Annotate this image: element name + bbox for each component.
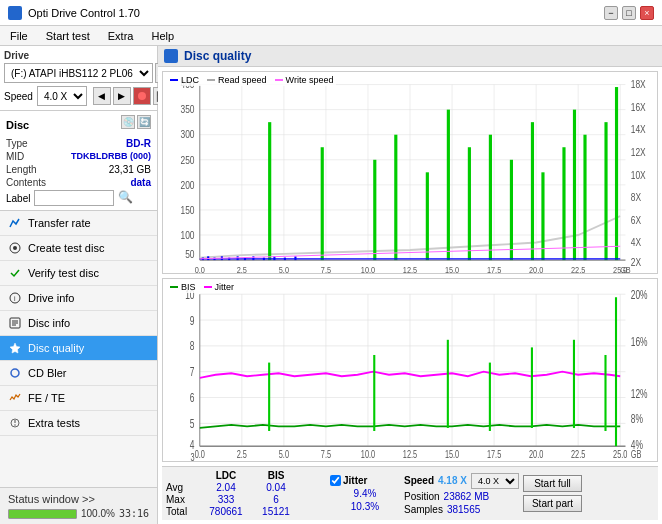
start-part-button[interactable]: Start part [523, 495, 582, 512]
svg-text:14X: 14X [631, 125, 646, 136]
svg-rect-134 [268, 362, 270, 430]
chart1-svg: 400 350 300 250 200 150 100 50 18X 16X 1… [163, 72, 657, 273]
max-bis: 6 [251, 494, 301, 505]
progress-bar-fill [9, 510, 76, 518]
disc-icon1[interactable]: 💿 [121, 115, 135, 129]
progress-bar-wrap [8, 509, 77, 519]
svg-text:350: 350 [181, 105, 195, 116]
sidebar-item-drive-info[interactable]: i Drive info [0, 286, 157, 311]
svg-text:50: 50 [185, 249, 194, 260]
svg-text:2X: 2X [631, 258, 641, 269]
disc-title: Disc [6, 119, 29, 131]
menu-start-test[interactable]: Start test [42, 29, 94, 43]
disc-info-icon [8, 316, 22, 330]
svg-rect-82 [510, 160, 513, 260]
sidebar-item-transfer-rate[interactable]: Transfer rate [0, 211, 157, 236]
avg-bis: 0.04 [251, 482, 301, 493]
speed-up-button[interactable]: ▶ [113, 87, 131, 105]
speed-down-button[interactable]: ◀ [93, 87, 111, 105]
close-button[interactable]: × [640, 6, 654, 20]
svg-text:100: 100 [181, 230, 195, 241]
fe-te-icon [8, 391, 22, 405]
svg-text:12X: 12X [631, 147, 646, 158]
disc-quality-title: Disc quality [184, 49, 251, 63]
svg-rect-80 [468, 147, 471, 260]
chart2-svg: 10 9 8 7 6 5 4 3 20% 16% 12% 8% 4% 0. [163, 279, 657, 461]
drive-select[interactable]: (F:) ATAPI iHBS112 2 PL06 [4, 63, 153, 83]
svg-text:6X: 6X [631, 215, 641, 226]
svg-rect-78 [426, 172, 429, 260]
svg-text:0.0: 0.0 [195, 449, 205, 461]
svg-rect-136 [447, 339, 449, 427]
status-window[interactable]: Status window >> 100.0% 33:16 [0, 487, 157, 524]
svg-rect-79 [447, 110, 450, 260]
sidebar-item-create-test-disc[interactable]: Create test disc [0, 236, 157, 261]
svg-text:20.0: 20.0 [529, 449, 543, 461]
svg-text:GB: GB [620, 265, 631, 273]
speed-stat-select[interactable]: 4.0 X [471, 473, 519, 489]
sidebar-item-fe-te[interactable]: FE / TE [0, 386, 157, 411]
legend-jitter: Jitter [215, 282, 235, 292]
sidebar-item-disc-quality[interactable]: Disc quality [0, 336, 157, 361]
disc-icon2[interactable]: 🔄 [137, 115, 151, 129]
start-full-button[interactable]: Start full [523, 475, 582, 492]
chart1-legend: LDC Read speed Write speed [167, 74, 336, 86]
svg-text:2.5: 2.5 [237, 265, 248, 273]
cd-bler-icon [8, 366, 22, 380]
svg-text:10X: 10X [631, 170, 646, 181]
menu-bar: File Start test Extra Help [0, 26, 662, 46]
svg-rect-84 [541, 172, 544, 260]
menu-extra[interactable]: Extra [104, 29, 138, 43]
sidebar-item-verify-test-disc[interactable]: Verify test disc [0, 261, 157, 286]
avg-ldc: 2.04 [201, 482, 251, 493]
sidebar-item-extra-tests[interactable]: Extra tests [0, 411, 157, 436]
svg-text:18X: 18X [631, 80, 646, 91]
svg-text:0.0: 0.0 [195, 265, 206, 273]
disc-quality-icon [8, 341, 22, 355]
sidebar-item-cd-bler[interactable]: CD Bler [0, 361, 157, 386]
disc-info-label: Disc info [28, 317, 70, 329]
svg-text:250: 250 [181, 155, 195, 166]
label-input[interactable] [34, 190, 114, 206]
record-button[interactable] [133, 87, 151, 105]
svg-text:200: 200 [181, 180, 195, 191]
menu-file[interactable]: File [6, 29, 32, 43]
speed-select[interactable]: 4.0 X [37, 86, 87, 106]
drive-section: Drive (F:) ATAPI iHBS112 2 PL06 ▲ Speed … [0, 46, 157, 111]
svg-text:22.5: 22.5 [571, 449, 585, 461]
mid-label: MID [6, 151, 24, 162]
minimize-button[interactable]: − [604, 6, 618, 20]
jitter-checkbox[interactable] [330, 475, 341, 486]
position-value: 23862 MB [444, 491, 490, 502]
svg-text:6: 6 [190, 391, 195, 404]
svg-text:4X: 4X [631, 238, 641, 249]
disc-quality-header-icon [164, 49, 178, 63]
drive-info-label: Drive info [28, 292, 74, 304]
disc-panel: Disc 💿 🔄 Type BD-R MID TDKBLDRBB (000) L… [0, 111, 157, 211]
total-bis: 15121 [251, 506, 301, 517]
label-icon[interactable]: 🔍 [118, 190, 134, 206]
svg-rect-139 [573, 339, 575, 427]
app-title: Opti Drive Control 1.70 [28, 7, 140, 19]
svg-text:8: 8 [190, 340, 195, 353]
create-test-disc-label: Create test disc [28, 242, 104, 254]
svg-point-12 [14, 424, 16, 426]
svg-text:10.0: 10.0 [361, 265, 376, 273]
svg-text:5.0: 5.0 [279, 449, 289, 461]
svg-rect-75 [321, 147, 324, 260]
svg-rect-141 [615, 297, 617, 446]
drive-info-icon: i [8, 291, 22, 305]
svg-marker-8 [10, 343, 20, 353]
fe-te-label: FE / TE [28, 392, 65, 404]
svg-text:25.0: 25.0 [613, 449, 627, 461]
svg-text:7.5: 7.5 [321, 449, 331, 461]
svg-text:7.5: 7.5 [321, 265, 332, 273]
contents-value: data [130, 177, 151, 188]
maximize-button[interactable]: □ [622, 6, 636, 20]
max-ldc: 333 [201, 494, 251, 505]
menu-help[interactable]: Help [147, 29, 178, 43]
sidebar-item-disc-info[interactable]: Disc info [0, 311, 157, 336]
bis-col-header: BIS [251, 470, 301, 481]
svg-rect-86 [573, 110, 576, 260]
svg-rect-135 [373, 355, 375, 431]
